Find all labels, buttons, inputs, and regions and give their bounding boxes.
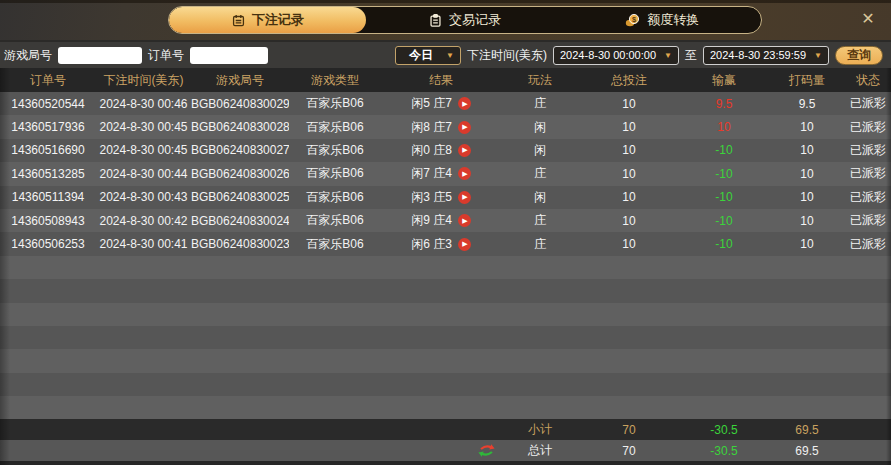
end-time-dropdown[interactable]: 2024-8-30 23:59:59 ▼: [703, 46, 829, 65]
table-row[interactable]: 14360506253 2024-8-30 00:41 BGB062408300…: [0, 232, 891, 255]
cell-round-no: BGB06240830026: [191, 167, 289, 181]
header-status: 状态: [845, 72, 891, 89]
cell-order-no: 14360508943: [0, 214, 96, 228]
cell-round-no: BGB06240830027: [191, 143, 289, 157]
header-game-type: 游戏类型: [289, 72, 381, 89]
cell-bet-time: 2024-8-30 00:42: [96, 214, 191, 228]
cell-total-bet: 10: [579, 167, 679, 181]
total-row: 总计 70 -30.5 69.5: [0, 440, 891, 461]
table-row[interactable]: 14360508943 2024-8-30 00:42 BGB062408300…: [0, 209, 891, 232]
cell-play: 闲: [501, 119, 579, 136]
end-time-value: 2024-8-30 23:59:59: [710, 49, 806, 61]
cell-bet-time: 2024-8-30 00:45: [96, 143, 191, 157]
table-row[interactable]: 14360513285 2024-8-30 00:44 BGB062408300…: [0, 162, 891, 185]
cell-turnover: 10: [769, 120, 845, 134]
table-row[interactable]: 14360517936 2024-8-30 00:45 BGB062408300…: [0, 115, 891, 138]
header-win-loss: 输赢: [679, 72, 769, 89]
tab-bar: 下注记录 交易记录 $: [168, 6, 762, 34]
cell-order-no: 14360511394: [0, 190, 96, 204]
header-play: 玩法: [501, 72, 579, 89]
cell-turnover: 10: [769, 237, 845, 251]
table-row[interactable]: 14360520544 2024-8-30 00:46 BGB062408300…: [0, 92, 891, 115]
tab-bet-records[interactable]: 下注记录: [169, 7, 366, 33]
replay-icon[interactable]: ▶: [458, 167, 471, 180]
cell-game-type: 百家乐B06: [289, 119, 381, 136]
cell-round-no: BGB06240830023: [191, 237, 289, 251]
table-body: 14360520544 2024-8-30 00:46 BGB062408300…: [0, 92, 891, 419]
replay-icon[interactable]: ▶: [458, 214, 471, 227]
table-header: 订单号 下注时间(美东) 游戏局号 游戏类型 结果 玩法 总投注 输赢 打码量 …: [0, 68, 891, 92]
order-no-label: 订单号: [148, 47, 184, 64]
tab-label: 下注记录: [252, 11, 304, 29]
empty-row: [0, 326, 891, 349]
cell-play: 庄: [501, 212, 579, 229]
start-time-dropdown[interactable]: 2024-8-30 00:00:00 ▼: [553, 46, 679, 65]
replay-icon[interactable]: ▶: [458, 97, 471, 110]
cell-total-bet: 10: [579, 190, 679, 204]
game-round-label: 游戏局号: [4, 47, 52, 64]
bottom-edge: [0, 461, 891, 465]
cell-game-type: 百家乐B06: [289, 189, 381, 206]
cell-bet-time: 2024-8-30 00:44: [96, 167, 191, 181]
table-row[interactable]: 14360511394 2024-8-30 00:43 BGB062408300…: [0, 186, 891, 209]
empty-row: [0, 303, 891, 326]
cell-play: 闲: [501, 142, 579, 159]
start-time-value: 2024-8-30 00:00:00: [560, 49, 656, 61]
cell-turnover: 10: [769, 190, 845, 204]
calendar-icon: [232, 14, 245, 27]
subtotal-total-bet: 70: [579, 423, 679, 437]
close-icon[interactable]: ✕: [858, 9, 878, 29]
header-order-no: 订单号: [0, 72, 96, 89]
tab-label: 交易记录: [449, 11, 501, 29]
swap-icon[interactable]: [381, 443, 501, 458]
order-no-input[interactable]: [190, 47, 268, 64]
cell-round-no: BGB06240830029: [191, 97, 289, 111]
cell-total-bet: 10: [579, 237, 679, 251]
total-total-bet: 70: [579, 444, 679, 458]
cell-result: 闲7 庄4 ▶: [381, 165, 501, 182]
cell-order-no: 14360517936: [0, 120, 96, 134]
cell-bet-time: 2024-8-30 00:43: [96, 190, 191, 204]
cell-turnover: 10: [769, 214, 845, 228]
total-win-loss: -30.5: [679, 444, 769, 458]
cell-result: 闲5 庄7 ▶: [381, 95, 501, 112]
cell-status: 已派彩: [845, 165, 891, 182]
replay-icon[interactable]: ▶: [458, 144, 471, 157]
header-total-bet: 总投注: [579, 72, 679, 89]
empty-row: [0, 279, 891, 302]
subtotal-row: 小计 70 -30.5 69.5: [0, 419, 891, 440]
empty-row: [0, 349, 891, 372]
query-button[interactable]: 查询: [835, 46, 883, 65]
cell-win-loss: -10: [679, 214, 769, 228]
cell-turnover: 9.5: [769, 97, 845, 111]
subtotal-turnover: 69.5: [769, 423, 845, 437]
replay-icon[interactable]: ▶: [458, 191, 471, 204]
replay-icon[interactable]: ▶: [458, 238, 471, 251]
header-bet-time: 下注时间(美东): [96, 72, 191, 89]
cell-result: 闲3 庄5 ▶: [381, 189, 501, 206]
date-preset-dropdown[interactable]: 今日 ▼: [395, 46, 461, 65]
chevron-down-icon: ▼: [446, 51, 454, 60]
cell-result: 闲9 庄4 ▶: [381, 212, 501, 229]
cell-turnover: 10: [769, 167, 845, 181]
cell-status: 已派彩: [845, 119, 891, 136]
game-round-input[interactable]: [58, 47, 142, 64]
header-result: 结果: [381, 72, 501, 89]
tab-credit-conversion[interactable]: $ 额度转换: [564, 7, 761, 33]
chevron-down-icon: ▼: [664, 51, 672, 60]
cell-win-loss: -10: [679, 190, 769, 204]
tab-transaction-records[interactable]: 交易记录: [366, 7, 563, 33]
empty-row: [0, 256, 891, 279]
cell-total-bet: 10: [579, 143, 679, 157]
cell-bet-time: 2024-8-30 00:46: [96, 97, 191, 111]
chevron-down-icon: ▼: [814, 51, 822, 60]
table-row[interactable]: 14360516690 2024-8-30 00:45 BGB062408300…: [0, 139, 891, 162]
title-bar: 下注记录 交易记录 $: [0, 0, 891, 40]
betting-records-window: 下注记录 交易记录 $: [0, 0, 891, 465]
cell-total-bet: 10: [579, 97, 679, 111]
cell-status: 已派彩: [845, 95, 891, 112]
total-label: 总计: [501, 442, 579, 459]
empty-row: [0, 396, 891, 419]
replay-icon[interactable]: ▶: [458, 121, 471, 134]
cell-play: 庄: [501, 95, 579, 112]
